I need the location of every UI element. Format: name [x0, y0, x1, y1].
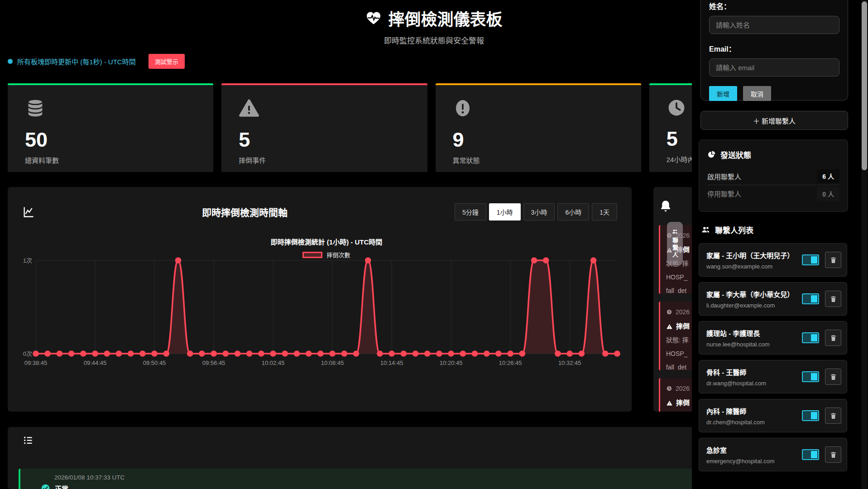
enabled-contacts-row: 啟用聯繫人 6 人	[707, 168, 839, 185]
svg-text:10:20:45: 10:20:45	[440, 360, 463, 366]
legend-swatch	[302, 252, 322, 258]
delete-contact-button[interactable]	[825, 252, 841, 268]
stat-card-fall-events: 5 摔倒事件	[221, 83, 427, 172]
chart-panel-title: 即時摔倒檢測時間軸	[35, 205, 455, 219]
contact-info: 護理站 - 李護理長 nurse.lee@hospital.com	[706, 328, 802, 348]
submit-button[interactable]: 新增	[709, 86, 737, 101]
trash-icon	[830, 412, 837, 420]
scrollbar-thumb[interactable]	[862, 1, 867, 170]
bell-icon	[659, 199, 672, 213]
contacts-sidebar: 姓名： Email： 新增 取消 ＋ 新增聯繫人 發送狀態 啟用聯繫人 6 人	[692, 0, 868, 489]
delete-contact-button[interactable]	[825, 291, 841, 307]
warning-triangle-icon	[666, 400, 673, 407]
contact-email: wang.son@example.com	[706, 263, 802, 270]
svg-text:10:08:45: 10:08:45	[321, 360, 344, 366]
contact-enabled-toggle[interactable]	[802, 410, 819, 421]
stat-value: 9	[453, 129, 624, 151]
delete-contact-button[interactable]	[825, 330, 841, 346]
warning-triangle-icon	[239, 98, 259, 119]
list-icon	[23, 435, 34, 446]
send-status-rows: 啟用聯繫人 6 人 停用聯繫人 0 人	[707, 168, 839, 202]
svg-text:09:56:45: 09:56:45	[202, 360, 225, 366]
svg-text:09:38:45: 09:38:45	[24, 360, 48, 366]
heart-pulse-icon	[365, 10, 382, 26]
disabled-count-badge: 0 人	[817, 187, 839, 201]
disabled-contacts-row: 停用聯繫人 0 人	[707, 185, 839, 202]
range-button-5min[interactable]: 5分鐘	[455, 203, 486, 221]
chart-line-icon	[22, 206, 35, 218]
email-field[interactable]	[709, 58, 839, 77]
send-status-header: 發送狀態	[707, 149, 839, 160]
fall-detection-chart: 09:38:4509:44:4509:50:4509:56:4510:02:45…	[8, 187, 632, 412]
contact-name: 急診室	[706, 445, 802, 455]
test-alert-button[interactable]: 測試警示	[149, 54, 185, 69]
chart-title: 即時摔倒檢測統計 (1小時) - UTC時間	[36, 237, 617, 246]
contact-card: 護理站 - 李護理長 nurse.lee@hospital.com	[699, 321, 847, 355]
timeline-chart-panel: 即時摔倒檢測時間軸 5分鐘 1小時 3小時 6小時 1天 即時摔倒檢測統計 (1…	[8, 187, 632, 412]
trash-icon	[830, 295, 837, 303]
contact-enabled-toggle[interactable]	[802, 449, 819, 460]
trash-icon	[830, 334, 837, 342]
email-label: Email：	[709, 43, 839, 54]
status-row: 所有板塊即時更新中 (每1秒) - UTC時間 測試警示	[8, 54, 185, 69]
contact-enabled-toggle[interactable]	[802, 293, 819, 304]
delete-contact-button[interactable]	[825, 446, 841, 463]
legend-label: 摔倒次數	[326, 250, 350, 259]
stat-card-total-records: 50 總資料筆數	[8, 83, 213, 172]
exclamation-circle-icon	[453, 98, 473, 119]
stat-value: 5	[239, 129, 410, 151]
people-icon	[701, 225, 710, 235]
range-button-6hour[interactable]: 6小時	[557, 203, 589, 221]
delete-contact-button[interactable]	[825, 408, 841, 424]
range-button-1hour[interactable]: 1小時	[489, 203, 521, 221]
name-label: 姓名：	[709, 0, 839, 11]
contact-name: 骨科 - 王醫師	[706, 367, 802, 377]
contact-enabled-toggle[interactable]	[802, 371, 819, 382]
contact-enabled-toggle[interactable]	[802, 254, 819, 265]
name-field[interactable]	[709, 16, 839, 34]
scrollbar[interactable]	[861, 0, 868, 489]
svg-text:10:26:45: 10:26:45	[499, 360, 522, 366]
check-circle-icon	[41, 484, 50, 489]
contact-email: emergency@hospital.com	[706, 458, 802, 465]
clock-icon	[667, 98, 686, 118]
clock-icon	[666, 385, 672, 392]
dashboard-page: 摔倒檢測儀表板 即時監控系統狀態與安全警報 所有板塊即時更新中 (每1秒) - …	[0, 0, 868, 489]
range-button-3hour[interactable]: 3小時	[523, 203, 555, 221]
clock-icon	[666, 309, 672, 315]
contact-card: 家屬 - 李大華（李小華女兒） li.daughter@example.com	[699, 282, 847, 316]
contact-card: 急診室 emergency@hospital.com	[699, 438, 847, 471]
contact-enabled-toggle[interactable]	[802, 332, 819, 343]
stat-value: 50	[25, 129, 196, 151]
send-status-panel: 發送狀態 啟用聯繫人 6 人 停用聯繫人 0 人	[699, 139, 848, 212]
range-button-1day[interactable]: 1天	[592, 203, 617, 221]
stat-label: 異常狀態	[453, 155, 624, 165]
svg-text:10:02:45: 10:02:45	[262, 360, 285, 366]
contacts-tab-label: 聯繫人	[671, 237, 679, 259]
svg-text:1次: 1次	[23, 257, 32, 264]
cancel-button[interactable]: 取消	[743, 86, 771, 101]
warning-triangle-icon	[666, 323, 673, 330]
contact-email: dr.wang@hospital.com	[706, 380, 802, 387]
chart-legend: 摔倒次數	[36, 250, 617, 259]
contacts-collapse-tab[interactable]: 聯繫人	[667, 222, 683, 265]
time-range-buttons: 5分鐘 1小時 3小時 6小時 1天	[455, 203, 617, 221]
contact-name: 家屬 - 王小明（王大明兒子）	[706, 250, 802, 260]
add-contact-button[interactable]: ＋ 新增聯繫人	[700, 111, 848, 130]
contacts-list-title: 聯繫人列表	[701, 224, 753, 235]
stat-card-abnormal: 9 異常狀態	[436, 83, 641, 172]
contact-email: dr.chen@hospital.com	[706, 419, 802, 426]
people-icon	[671, 228, 678, 235]
contact-email: li.daughter@example.com	[706, 302, 802, 309]
live-status-dot	[8, 59, 13, 64]
svg-text:10:32:45: 10:32:45	[558, 360, 581, 366]
enabled-count-badge: 6 人	[817, 169, 839, 183]
delete-contact-button[interactable]	[825, 369, 841, 385]
contact-info: 骨科 - 王醫師 dr.wang@hospital.com	[706, 367, 802, 387]
contact-info: 家屬 - 李大華（李小華女兒） li.daughter@example.com	[706, 289, 802, 309]
contact-name: 家屬 - 李大華（李小華女兒）	[706, 289, 802, 299]
svg-text:09:44:45: 09:44:45	[84, 360, 107, 366]
stat-label: 摔倒事件	[239, 155, 410, 165]
contact-card: 家屬 - 王小明（王大明兒子） wang.son@example.com	[699, 243, 847, 277]
contact-name: 內科 - 陳醫師	[706, 406, 802, 416]
